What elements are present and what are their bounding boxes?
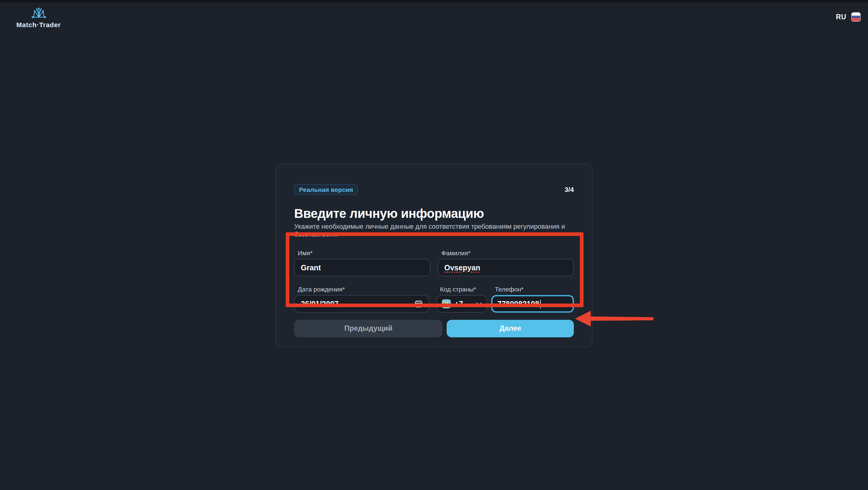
russia-flag-icon: [851, 12, 861, 22]
brand-name: Match·Trader: [16, 21, 61, 28]
country-code-field: Код страны* +7: [436, 285, 487, 313]
phone-label: Телефон*: [495, 285, 574, 293]
step-indicator: 3/4: [564, 186, 574, 193]
last-name-label: Фамилия*: [441, 249, 574, 256]
first-name-label: Имя*: [298, 249, 430, 256]
birth-date-input[interactable]: 26/01/2007: [294, 295, 429, 313]
phone-field: Телефон* 7780082108: [491, 285, 574, 313]
page-title: Введите личную информацию: [294, 206, 574, 221]
phone-input[interactable]: 7780082108: [491, 295, 574, 313]
birth-date-label: Дата рождения*: [298, 285, 429, 293]
country-code-select[interactable]: +7: [436, 295, 487, 313]
form-fields: Имя* Grant Фамилия* Ovsepyan Дата рожден…: [294, 249, 574, 313]
country-code-value: +7: [455, 299, 463, 308]
language-selector[interactable]: RU: [836, 12, 861, 22]
country-code-label: Код страны*: [440, 285, 487, 293]
first-name-input[interactable]: Grant: [294, 259, 430, 277]
live-version-badge: Реальная версия: [294, 184, 358, 195]
last-name-field: Фамилия* Ovsepyan: [438, 249, 574, 277]
match-trader-crown-icon: [30, 7, 47, 19]
brand-logo: Match·Trader: [5, 7, 72, 28]
last-name-input[interactable]: Ovsepyan: [438, 259, 574, 277]
first-name-field: Имя* Grant: [294, 249, 430, 277]
birth-date-field: Дата рождения* 26/01/2007: [294, 285, 429, 313]
top-strip: [0, 0, 868, 2]
calendar-icon[interactable]: [415, 300, 423, 308]
kazakhstan-flag-icon: [442, 299, 451, 308]
previous-button[interactable]: Предыдущий: [294, 320, 443, 337]
next-button[interactable]: Далее: [447, 320, 574, 337]
chevron-down-icon: [476, 302, 482, 306]
text-cursor: [540, 299, 541, 308]
onboarding-card: Реальная версия 3/4 Введите личную инфор…: [276, 164, 592, 347]
page-subtitle: Укажите необходимые личные данные для со…: [294, 223, 574, 238]
page: Match·Trader RU Реальная версия 3/4 Введ…: [0, 0, 868, 490]
language-code: RU: [836, 13, 846, 21]
